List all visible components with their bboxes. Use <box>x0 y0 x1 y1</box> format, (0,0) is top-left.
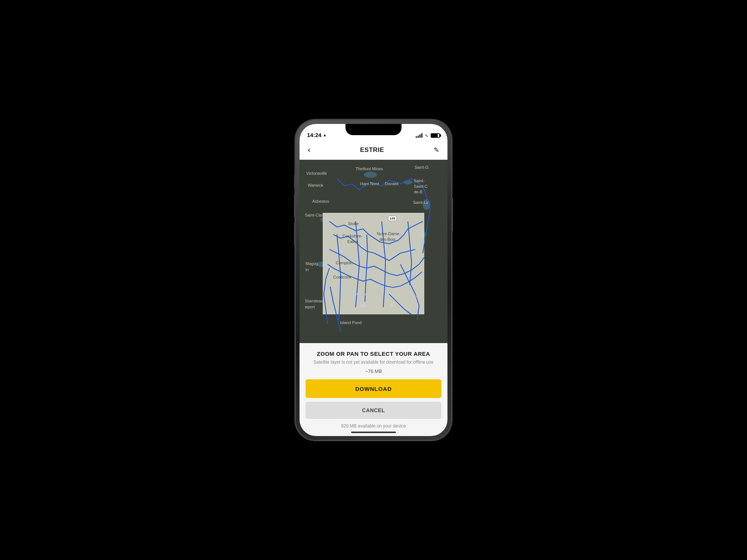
status-icons: ∿ <box>416 133 440 138</box>
map-label-victoriaville: Victoriaville <box>306 171 327 175</box>
download-button[interactable]: DOWNLOAD <box>306 379 441 398</box>
panel-title: ZOOM OR PAN TO SELECT YOUR AREA <box>317 351 430 357</box>
map-label-saintclaude: Saint-Claude <box>305 213 329 217</box>
map-label-cookshire: Cookshire- <box>342 234 362 238</box>
map-label-saint2: Saint- <box>414 178 425 183</box>
location-arrow-icon: ▲ <box>323 133 326 137</box>
map-label-magog: Magog <box>306 261 318 266</box>
map-label-saintlu: Saint-Lu <box>413 200 428 205</box>
map-label-islandpond: Island Pond <box>340 320 362 325</box>
road-badge-149: 149 <box>388 216 397 221</box>
map-label-disraeli: Disraeli <box>385 181 399 186</box>
map-label-stoke: Stoke <box>348 221 359 226</box>
map-label-colebrook: Colebrook <box>351 306 370 311</box>
available-storage: 829 MB available on your device <box>341 423 406 429</box>
map-label-canaan: Canaan <box>356 292 371 296</box>
map-label-notredame: Notre-Dame- <box>377 231 401 236</box>
map-label-aude: Aude <box>413 213 423 217</box>
notch <box>345 124 402 135</box>
map-label-in: in <box>306 267 309 272</box>
map-label-desbois: des-Bois <box>379 237 396 242</box>
phone-screen: 14:24 ▲ ∿ ‹ <box>300 124 447 436</box>
map-label-warwick: Warwick <box>308 183 323 187</box>
phone-device: 14:24 ▲ ∿ ‹ <box>295 119 452 441</box>
map-view[interactable]: Victoriaville Thetford Mines Saint-G War… <box>300 160 447 354</box>
map-label-thetford: Thetford Mines <box>356 167 383 171</box>
status-time: 14:24 ▲ <box>307 132 326 138</box>
map-label-hamnord: Ham-Nord <box>360 181 379 186</box>
map-label-compton: Compton <box>336 261 353 265</box>
time-label: 14:24 <box>307 132 321 138</box>
battery-icon <box>431 133 440 138</box>
map-label-asbestos: Asbestos <box>312 199 329 203</box>
map-label-saintg: Saint-G <box>415 165 428 169</box>
cancel-button[interactable]: CANCEL <box>306 402 441 419</box>
home-indicator <box>351 432 396 433</box>
wifi-icon: ∿ <box>425 133 428 138</box>
back-button[interactable]: ‹ <box>306 143 313 157</box>
signal-icon <box>416 133 422 138</box>
bottom-panel: ZOOM OR PAN TO SELECT YOUR AREA Satellit… <box>300 343 447 436</box>
map-label-eaton: Eaton <box>347 239 358 244</box>
mute-button <box>294 175 295 188</box>
volume-up-button <box>294 194 295 217</box>
map-routes-svg <box>300 160 447 354</box>
power-button <box>452 198 453 231</box>
map-label-stanstead: Stanstead <box>305 299 323 303</box>
page-title: ESTRIE <box>360 146 384 154</box>
map-label-deb: de-B <box>414 190 422 194</box>
map-label-saintc2: Saint-C <box>414 184 428 189</box>
panel-subtitle: Satellite layer is not yet available for… <box>313 359 433 365</box>
edit-button[interactable]: ✎ <box>431 144 441 156</box>
navigation-bar: ‹ ESTRIE ✎ <box>300 140 447 160</box>
map-label-ran: Ran <box>414 295 421 299</box>
map-label-coaticook: Coaticook <box>333 275 351 279</box>
panel-size: ~76 MB <box>365 368 382 374</box>
map-label-wport: wport <box>305 305 315 309</box>
phone-frame: 14:24 ▲ ∿ ‹ <box>295 119 452 441</box>
svg-point-0 <box>364 172 377 178</box>
volume-down-button <box>294 223 295 246</box>
